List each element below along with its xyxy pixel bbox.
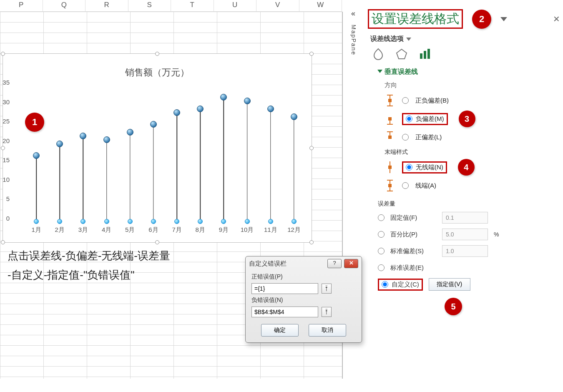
label-custom[interactable]: 自定义(C) bbox=[392, 281, 419, 289]
base-marker[interactable] bbox=[198, 219, 203, 224]
radio-percent[interactable] bbox=[378, 231, 385, 238]
radio-custom[interactable] bbox=[382, 281, 388, 288]
pos-range-picker[interactable]: ⭱ bbox=[322, 284, 332, 294]
col-T[interactable]: T bbox=[171, 0, 214, 12]
data-marker[interactable] bbox=[150, 121, 157, 128]
radio-plus[interactable] bbox=[402, 134, 409, 141]
radio-cap[interactable] bbox=[402, 182, 409, 189]
base-marker[interactable] bbox=[104, 219, 109, 224]
radio-minus[interactable] bbox=[406, 116, 412, 122]
col-P[interactable]: P bbox=[0, 0, 43, 12]
label-stderr[interactable]: 标准误差(E) bbox=[390, 264, 436, 272]
data-marker[interactable] bbox=[220, 94, 227, 101]
chart-handle[interactable] bbox=[155, 52, 159, 56]
mappane-collapse-icon[interactable]: « bbox=[347, 9, 359, 18]
cap-icon bbox=[387, 180, 393, 191]
mappane-label[interactable]: MapPane bbox=[350, 25, 357, 55]
pane-subtitle[interactable]: 误差线选项 bbox=[370, 35, 560, 43]
plot-area[interactable]: 05101520253035 1月2月3月4月5月6月7月8月9月10月11月1… bbox=[25, 85, 306, 221]
value-percent[interactable]: 5.0 bbox=[442, 229, 488, 240]
chart-handle[interactable] bbox=[309, 146, 314, 150]
data-marker[interactable] bbox=[244, 98, 251, 104]
label-cap[interactable]: 线端(A) bbox=[415, 182, 436, 190]
error-bar[interactable] bbox=[60, 144, 60, 221]
label-plus[interactable]: 正偏差(L) bbox=[415, 133, 442, 141]
base-marker[interactable] bbox=[80, 219, 85, 224]
error-bar[interactable] bbox=[176, 113, 177, 221]
endstyle-group: 末端样式 无线端(N) 4 线端(A) bbox=[385, 148, 560, 193]
custom-error-dialog[interactable]: 自定义错误栏 ? ✕ 正错误值(P) ⭱ 负错误值(N) ⭱ 确定 取消 bbox=[245, 256, 362, 343]
neg-range-picker[interactable]: ⭱ bbox=[322, 307, 332, 317]
pane-close-icon[interactable]: × bbox=[553, 13, 560, 25]
base-marker[interactable] bbox=[174, 219, 179, 224]
neg-error-input[interactable] bbox=[251, 307, 318, 317]
radio-stderr[interactable] bbox=[378, 264, 385, 271]
label-percent[interactable]: 百分比(P) bbox=[390, 231, 436, 239]
fill-line-tab-icon[interactable] bbox=[372, 48, 385, 60]
error-bar[interactable] bbox=[224, 97, 224, 221]
col-V[interactable]: V bbox=[256, 0, 299, 12]
value-stdev[interactable]: 1.0 bbox=[442, 245, 488, 257]
base-marker[interactable] bbox=[34, 219, 39, 224]
error-bar[interactable] bbox=[270, 109, 271, 221]
col-U[interactable]: U bbox=[214, 0, 257, 12]
error-bar[interactable] bbox=[200, 109, 201, 221]
chart-title[interactable]: 销售额（万元） bbox=[3, 66, 312, 79]
error-bar[interactable] bbox=[36, 156, 37, 221]
error-bar[interactable] bbox=[247, 101, 248, 221]
effects-tab-icon[interactable] bbox=[395, 48, 408, 60]
radio-fixed[interactable] bbox=[378, 214, 385, 221]
pos-error-input[interactable] bbox=[251, 283, 318, 294]
radio-nocap[interactable] bbox=[406, 164, 412, 171]
label-stdev[interactable]: 标准偏差(S) bbox=[390, 247, 436, 255]
label-nocap[interactable]: 无线端(N) bbox=[416, 163, 443, 171]
data-marker[interactable] bbox=[127, 129, 133, 136]
error-bar[interactable] bbox=[83, 136, 84, 221]
radio-stdev[interactable] bbox=[378, 248, 385, 254]
error-bar[interactable] bbox=[294, 117, 294, 221]
chart-handle[interactable] bbox=[309, 240, 314, 244]
error-bar[interactable] bbox=[130, 132, 131, 221]
base-marker[interactable] bbox=[268, 219, 273, 224]
error-bar[interactable] bbox=[106, 140, 107, 221]
specify-value-button[interactable]: 指定值(V) bbox=[429, 278, 470, 291]
label-minus[interactable]: 负偏差(M) bbox=[416, 115, 444, 123]
dialog-close-button[interactable]: ✕ bbox=[344, 259, 358, 268]
chart-handle[interactable] bbox=[155, 240, 159, 244]
base-marker[interactable] bbox=[245, 219, 250, 224]
radio-both[interactable] bbox=[402, 97, 409, 104]
data-marker[interactable] bbox=[267, 106, 274, 112]
base-marker[interactable] bbox=[128, 219, 133, 224]
data-marker[interactable] bbox=[33, 152, 40, 159]
data-marker[interactable] bbox=[103, 136, 110, 143]
data-marker[interactable] bbox=[56, 141, 63, 147]
base-marker[interactable] bbox=[292, 219, 297, 224]
base-marker[interactable] bbox=[151, 219, 156, 224]
data-marker[interactable] bbox=[173, 109, 180, 116]
col-S[interactable]: S bbox=[128, 0, 171, 12]
dialog-help-button[interactable]: ? bbox=[327, 259, 342, 268]
error-bar[interactable] bbox=[153, 124, 154, 221]
data-marker[interactable] bbox=[197, 106, 204, 112]
chart-handle[interactable] bbox=[1, 146, 5, 150]
ok-button[interactable]: 确定 bbox=[261, 324, 299, 337]
chart-handle[interactable] bbox=[1, 240, 5, 244]
chart-handle[interactable] bbox=[309, 52, 314, 56]
callout-badge-1: 1 bbox=[25, 113, 44, 132]
col-W[interactable]: W bbox=[299, 0, 342, 12]
label-fixed[interactable]: 固定值(F) bbox=[390, 214, 436, 222]
series-options-tab-icon[interactable] bbox=[419, 48, 431, 60]
label-both[interactable]: 正负偏差(B) bbox=[415, 97, 449, 105]
base-marker[interactable] bbox=[57, 219, 62, 224]
chart-handle[interactable] bbox=[1, 52, 5, 56]
cancel-button[interactable]: 取消 bbox=[309, 324, 346, 337]
base-marker[interactable] bbox=[221, 219, 226, 224]
col-R[interactable]: R bbox=[85, 0, 128, 12]
col-Q[interactable]: Q bbox=[43, 0, 86, 12]
pane-options-dropdown-icon[interactable] bbox=[500, 17, 507, 21]
chart-area[interactable]: 销售额（万元） 05101520253035 1月2月3月4月5月6月7月8月9… bbox=[3, 53, 312, 243]
data-marker[interactable] bbox=[291, 113, 297, 120]
data-marker[interactable] bbox=[80, 133, 86, 139]
value-fixed[interactable]: 0.1 bbox=[442, 212, 488, 224]
section-vertical-error-bar[interactable]: 垂直误差线 bbox=[378, 68, 560, 76]
